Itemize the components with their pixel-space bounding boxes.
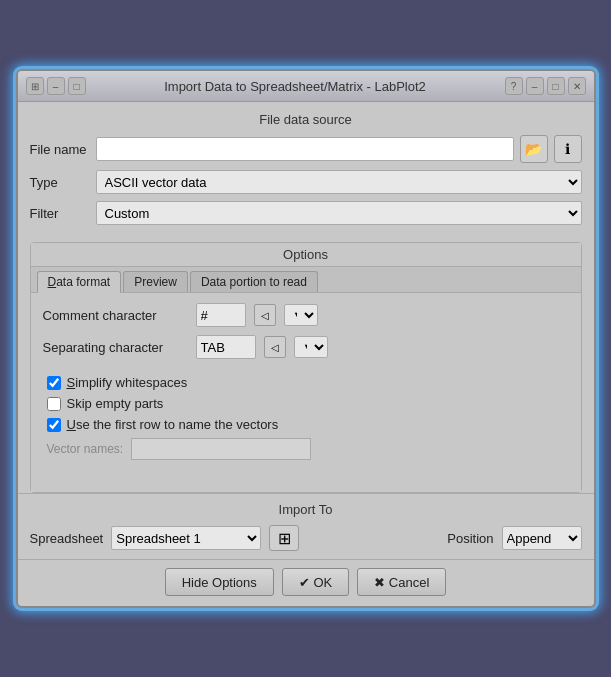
spreadsheet-select[interactable]: Spreadsheet 1 Spreadsheet 2 (111, 526, 261, 550)
info-button[interactable]: ℹ (554, 135, 582, 163)
comment-row: Comment character ◁ ▼ (43, 303, 569, 327)
vectornames-row: Vector names: (43, 438, 569, 460)
restore-icon[interactable]: □ (547, 77, 565, 95)
tab-preview[interactable]: Preview (123, 271, 188, 292)
titlebar: ⊞ – □ Import Data to Spreadsheet/Matrix … (18, 71, 594, 102)
import-row: Spreadsheet Spreadsheet 1 Spreadsheet 2 … (30, 525, 582, 551)
separating-row: Separating character ◁ ▼ (43, 335, 569, 359)
separating-input[interactable] (196, 335, 256, 359)
import-to-label: Import To (30, 502, 582, 517)
file-data-source-label: File data source (30, 112, 582, 127)
filename-row: File name 📂 ℹ (30, 135, 582, 163)
main-window: ⊞ – □ Import Data to Spreadsheet/Matrix … (16, 69, 596, 608)
options-tabs: Data format Preview Data portion to read (31, 267, 581, 292)
comment-select[interactable]: ▼ (284, 304, 318, 326)
position-select[interactable]: Append Prepend Replace (502, 526, 582, 550)
separating-select[interactable]: ▼ (294, 336, 328, 358)
vectornames-label: Vector names: (47, 442, 124, 456)
type-row: Type ASCII vector data Binary HDF5 NetCD… (30, 170, 582, 194)
comment-input[interactable] (196, 303, 246, 327)
minimize-icon[interactable]: – (47, 77, 65, 95)
vectornames-input[interactable] (131, 438, 311, 460)
filename-input[interactable] (96, 137, 514, 161)
filter-label: Filter (30, 206, 90, 221)
type-select[interactable]: ASCII vector data Binary HDF5 NetCDF (96, 170, 582, 194)
separating-label: Separating character (43, 340, 188, 355)
hide-options-button[interactable]: Hide Options (165, 568, 274, 596)
import-to-section: Import To Spreadsheet Spreadsheet 1 Spre… (18, 493, 594, 559)
tab-content-data-format: Comment character ◁ ▼ Separating charact… (31, 292, 581, 492)
tab-data-portion-label: Data portion to read (201, 275, 307, 289)
open-file-button[interactable]: 📂 (520, 135, 548, 163)
cancel-button[interactable]: ✖ Cancel (357, 568, 446, 596)
simplify-checkbox[interactable] (47, 376, 61, 390)
tab-data-format-label: Data format (48, 275, 111, 289)
tab-preview-label: Preview (134, 275, 177, 289)
maximize-icon[interactable]: □ (68, 77, 86, 95)
firstrow-row: Use the first row to name the vectors (43, 417, 569, 432)
minimize-right-icon[interactable]: – (526, 77, 544, 95)
skip-row: Skip empty parts (43, 396, 569, 411)
firstrow-checkbox[interactable] (47, 418, 61, 432)
filename-label: File name (30, 142, 90, 157)
filter-select[interactable]: Custom Default (96, 201, 582, 225)
filter-row: Filter Custom Default (30, 201, 582, 225)
open-file-icon: 📂 (525, 141, 542, 157)
options-label: Options (31, 243, 581, 267)
tab-data-portion[interactable]: Data portion to read (190, 271, 318, 292)
separating-clear-btn[interactable]: ◁ (264, 336, 286, 358)
tab-data-format[interactable]: Data format (37, 271, 122, 293)
spreadsheet-label: Spreadsheet (30, 531, 104, 546)
firstrow-label[interactable]: Use the first row to name the vectors (67, 417, 279, 432)
position-label: Position (447, 531, 493, 546)
comment-clear-btn[interactable]: ◁ (254, 304, 276, 326)
info-icon: ℹ (565, 141, 570, 157)
simplify-label[interactable]: Simplify whitespaces (67, 375, 188, 390)
buttons-row: Hide Options ✔ OK ✖ Cancel (18, 559, 594, 606)
titlebar-right-icons: ? – □ ✕ (505, 77, 586, 95)
type-label: Type (30, 175, 90, 190)
ok-button[interactable]: ✔ OK (282, 568, 349, 596)
spreadsheet-grid-button[interactable]: ⊞ (269, 525, 299, 551)
window-title: Import Data to Spreadsheet/Matrix - LabP… (92, 79, 499, 94)
close-icon[interactable]: ✕ (568, 77, 586, 95)
options-box: Options Data format Preview Data portion… (30, 242, 582, 493)
titlebar-left-icons: ⊞ – □ (26, 77, 86, 95)
comment-label: Comment character (43, 308, 188, 323)
skip-label[interactable]: Skip empty parts (67, 396, 164, 411)
skip-checkbox[interactable] (47, 397, 61, 411)
simplify-row: Simplify whitespaces (43, 375, 569, 390)
app-icon: ⊞ (26, 77, 44, 95)
content-area: File data source File name 📂 ℹ Type ASCI… (18, 102, 594, 242)
help-icon[interactable]: ? (505, 77, 523, 95)
